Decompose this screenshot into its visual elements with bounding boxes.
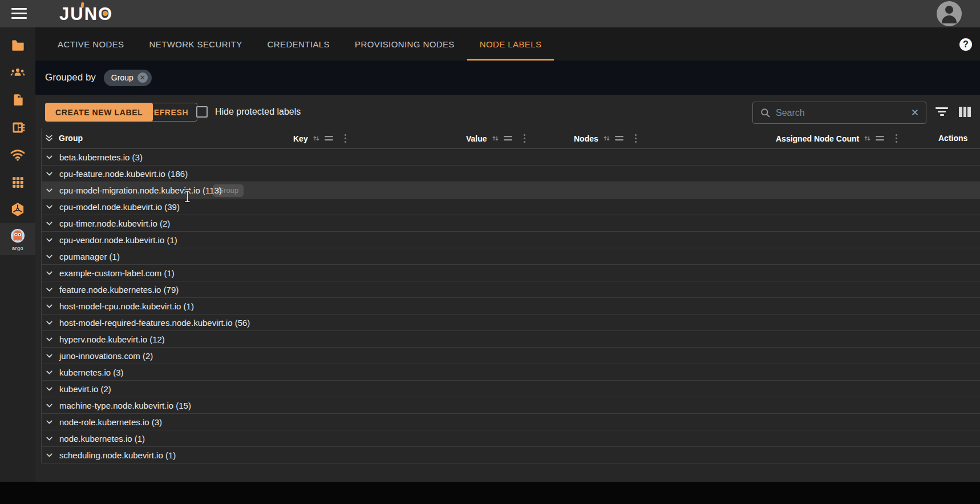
tab-node-labels[interactable]: NODE LABELS bbox=[467, 27, 554, 61]
chevron-down-icon bbox=[44, 384, 54, 394]
group-row-label: cpu-timer.node.kubevirt.io (2) bbox=[59, 219, 170, 228]
chevron-down-icon bbox=[44, 202, 54, 212]
sort-icon[interactable] bbox=[312, 134, 321, 143]
chevron-down-icon bbox=[44, 169, 54, 179]
group-row-beta.kubernetes.io[interactable]: beta.kubernetes.io (3) bbox=[42, 149, 980, 166]
tab-credentials[interactable]: CREDENTIALS bbox=[255, 27, 342, 61]
chevron-down-icon bbox=[44, 351, 54, 361]
tab-active-nodes[interactable]: ACTIVE NODES bbox=[45, 27, 137, 61]
group-row-cpu-timer.node.kubevirt.io[interactable]: cpu-timer.node.kubevirt.io (2) bbox=[42, 215, 980, 232]
chevron-down-icon bbox=[44, 186, 54, 195]
group-row-label: scheduling.node.kubevirt.io (1) bbox=[59, 450, 176, 460]
groups-icon bbox=[10, 64, 26, 80]
grouped-by-label: Grouped by bbox=[45, 72, 96, 83]
density-menu-icon[interactable] bbox=[504, 135, 513, 142]
hide-protected-checkbox[interactable] bbox=[196, 106, 208, 118]
column-header-value: Value bbox=[466, 134, 526, 143]
sidebar-item-package-cube[interactable] bbox=[0, 196, 35, 223]
avatar-head-icon bbox=[945, 6, 953, 14]
sidebar-item-wifi[interactable] bbox=[0, 141, 35, 168]
group-row-label: host-model-required-features.node.kubevi… bbox=[59, 318, 250, 328]
tab-network-security[interactable]: NETWORK SECURITY bbox=[137, 27, 255, 61]
group-row-juno-innovations.com[interactable]: juno-innovations.com (2) bbox=[42, 348, 980, 364]
kebab-menu-icon[interactable] bbox=[523, 134, 526, 143]
group-row-example-custom-label.com[interactable]: example-custom-label.com (1) bbox=[42, 265, 980, 281]
group-row-label: cpu-feature.node.kubevirt.io (186) bbox=[59, 169, 188, 179]
group-row-label: beta.kubernetes.io (3) bbox=[59, 152, 143, 162]
columns-view-icon[interactable] bbox=[959, 107, 971, 117]
help-icon[interactable]: ? bbox=[959, 38, 972, 51]
group-row-feature.node.kubernetes.io[interactable]: feature.node.kubernetes.io (79) bbox=[42, 281, 980, 298]
group-row-cpu-vendor.node.kubevirt.io[interactable]: cpu-vendor.node.kubevirt.io (1) bbox=[42, 232, 980, 248]
group-row-label: example-custom-label.com (1) bbox=[59, 268, 175, 278]
sidebar-item-apps-grid[interactable] bbox=[0, 168, 35, 196]
group-row-node.kubernetes.io[interactable]: node.kubernetes.io (1) bbox=[42, 430, 980, 447]
table-body: beta.kubernetes.io (3)cpu-feature.node.k… bbox=[42, 149, 980, 463]
argo-mascot-icon bbox=[9, 228, 26, 245]
group-row-host-model-required-features.node.kubevirt.io[interactable]: host-model-required-features.node.kubevi… bbox=[42, 315, 980, 331]
group-column-header[interactable]: Group bbox=[44, 134, 83, 143]
hamburger-menu-icon[interactable] bbox=[11, 8, 27, 19]
column-header-nodes: Nodes bbox=[574, 134, 637, 143]
kebab-menu-icon[interactable] bbox=[895, 134, 898, 143]
sidebar-item-sim-card[interactable] bbox=[0, 86, 35, 114]
actions-column-header: Actions bbox=[938, 134, 967, 143]
group-row-machine-type.node.kubevirt.io[interactable]: machine-type.node.kubevirt.io (15) bbox=[42, 397, 980, 414]
sort-icon[interactable] bbox=[491, 134, 500, 143]
group-row-node-role.kubernetes.io[interactable]: node-role.kubernetes.io (3) bbox=[42, 414, 980, 430]
group-row-label: node.kubernetes.io (1) bbox=[59, 434, 145, 443]
hide-protected-label: Hide protected labels bbox=[215, 107, 301, 117]
group-column-label: Group bbox=[59, 134, 83, 143]
top-app-bar: JUNO bbox=[0, 0, 980, 27]
sidebar-item-folder[interactable] bbox=[0, 31, 35, 59]
group-row-label: node-role.kubernetes.io (3) bbox=[59, 417, 162, 427]
group-row-scheduling.node.kubevirt.io[interactable]: scheduling.node.kubevirt.io (1) bbox=[42, 447, 980, 463]
sidebar-item-memory-chip[interactable] bbox=[0, 114, 35, 141]
package-cube-icon bbox=[10, 201, 26, 217]
density-menu-icon[interactable] bbox=[876, 135, 885, 142]
density-menu-icon[interactable] bbox=[325, 135, 334, 142]
group-row-kubevirt.io[interactable]: kubevirt.io (2) bbox=[42, 381, 980, 397]
kebab-menu-icon[interactable] bbox=[634, 134, 637, 143]
chevron-down-icon bbox=[44, 401, 54, 410]
wifi-icon bbox=[10, 147, 26, 163]
chevron-down-icon bbox=[44, 417, 54, 427]
density-menu-icon[interactable] bbox=[615, 135, 624, 142]
group-row-cpu-feature.node.kubevirt.io[interactable]: cpu-feature.node.kubevirt.io (186) bbox=[42, 166, 980, 182]
column-label: Assigned Node Count bbox=[776, 134, 859, 143]
sort-icon[interactable] bbox=[602, 134, 611, 143]
group-row-cpu-model-migration.node.kubevirt.io[interactable]: Groupcpu-model-migration.node.kubevirt.i… bbox=[42, 182, 980, 199]
memory-chip-icon bbox=[10, 120, 26, 135]
folder-icon bbox=[10, 38, 26, 53]
chip-remove-icon[interactable]: ✕ bbox=[137, 72, 148, 83]
refresh-button[interactable]: REFRESH bbox=[139, 103, 197, 122]
column-header-key: Key bbox=[293, 134, 347, 143]
chevron-down-icon bbox=[44, 301, 54, 311]
chevron-down-icon bbox=[44, 434, 54, 443]
create-new-label-button[interactable]: CREATE NEW LABEL bbox=[45, 103, 153, 122]
search-clear-icon[interactable]: ✕ bbox=[911, 108, 919, 118]
labels-table: Group KeyValueNodesAssigned Node CountAc… bbox=[41, 128, 980, 463]
kebab-menu-icon[interactable] bbox=[344, 134, 347, 143]
sidebar-item-argo[interactable]: argo bbox=[0, 223, 35, 255]
grouped-by-bar: Grouped by Group ✕ bbox=[35, 61, 980, 95]
group-row-label: kubernetes.io (3) bbox=[59, 368, 124, 377]
group-row-label: hyperv.node.kubevirt.io (12) bbox=[59, 334, 165, 344]
search-input[interactable] bbox=[776, 108, 906, 118]
group-row-label: feature.node.kubernetes.io (79) bbox=[59, 285, 179, 295]
hide-protected-control: Hide protected labels bbox=[196, 106, 301, 118]
filter-icon[interactable] bbox=[935, 107, 949, 118]
group-row-hyperv.node.kubevirt.io[interactable]: hyperv.node.kubevirt.io (12) bbox=[42, 331, 980, 348]
node-labels-panel: CREATE NEW LABEL REFRESH Hide protected … bbox=[35, 95, 980, 482]
tab-provisioning-nodes[interactable]: PROVISIONING NODES bbox=[342, 27, 467, 61]
group-row-kubernetes.io[interactable]: kubernetes.io (3) bbox=[42, 364, 980, 381]
group-row-host-model-cpu.node.kubevirt.io[interactable]: host-model-cpu.node.kubevirt.io (1) bbox=[42, 298, 980, 315]
group-row-label: host-model-cpu.node.kubevirt.io (1) bbox=[59, 301, 194, 311]
group-row-cpumanager[interactable]: cpumanager (1) bbox=[42, 248, 980, 265]
main-area: ACTIVE NODESNETWORK SECURITYCREDENTIALSP… bbox=[35, 27, 980, 482]
sort-icon[interactable] bbox=[863, 134, 872, 143]
sidebar-item-groups[interactable] bbox=[0, 59, 35, 86]
user-avatar[interactable] bbox=[937, 1, 962, 26]
chevron-down-icon bbox=[44, 450, 54, 460]
group-row-cpu-model.node.kubevirt.io[interactable]: cpu-model.node.kubevirt.io (39) bbox=[42, 199, 980, 215]
